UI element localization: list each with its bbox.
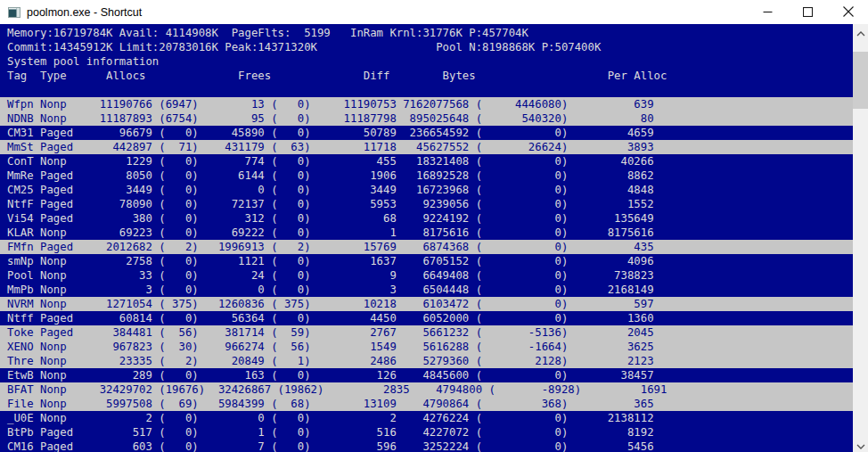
pool-row-NtfF: NtfF Paged 78090 ( 0) 72137 ( 0) 5953 92… bbox=[0, 197, 853, 211]
pool-row-Ntff: Ntff Paged 60814 ( 0) 56364 ( 0) 4450 60… bbox=[0, 311, 853, 325]
minimize-button[interactable] bbox=[748, 0, 788, 24]
blank-line bbox=[0, 83, 853, 97]
pool-row-Vi54: Vi54 Paged 380 ( 0) 312 ( 0) 68 9224192 … bbox=[0, 211, 853, 226]
pool-row-BFAT: BFAT Nonp 32429702 (19676) 32426867 (198… bbox=[0, 382, 853, 397]
chevron-up-icon bbox=[856, 24, 865, 40]
pool-row-Toke: Toke Paged 384481 ( 56) 381714 ( 59) 276… bbox=[0, 325, 853, 340]
scrollbar-thumb[interactable] bbox=[853, 52, 868, 109]
pool-row-smNp: smNp Nonp 2758 ( 0) 1121 ( 0) 1637 67051… bbox=[0, 254, 853, 268]
pool-row-Pool: Pool Nonp 33 ( 0) 24 ( 0) 9 6649408 ( 0)… bbox=[0, 268, 853, 283]
pool-row-NVRM: NVRM Nonp 1271054 ( 375) 1260836 ( 375) … bbox=[0, 297, 853, 311]
pool-row-EtwB: EtwB Nonp 289 ( 0) 163 ( 0) 126 4845600 … bbox=[0, 368, 853, 382]
pool-row-FMfn: FMfn Paged 2012682 ( 2) 1996913 ( 2) 157… bbox=[0, 240, 853, 254]
console-lines: Memory:16719784K Avail: 4114908K PageFlt… bbox=[0, 26, 853, 452]
pool-row-File: File Nonp 5997508 ( 69) 5984399 ( 68) 13… bbox=[0, 397, 853, 411]
pool-row-KLAR: KLAR Nonp 69223 ( 0) 69222 ( 0) 1 817561… bbox=[0, 226, 853, 240]
pool-row-MmRe: MmRe Paged 8050 ( 0) 6144 ( 0) 1906 1689… bbox=[0, 168, 853, 183]
close-icon bbox=[843, 4, 854, 21]
window: poolmon.exe - Shortcut bbox=[0, 0, 868, 452]
minimize-icon bbox=[763, 4, 773, 21]
pool-row-ConT: ConT Nonp 1229 ( 0) 774 ( 0) 455 1832140… bbox=[0, 154, 853, 168]
pool-row-MmSt: MmSt Paged 442897 ( 71) 431179 ( 63) 117… bbox=[0, 140, 853, 154]
scrollbar-down-button[interactable] bbox=[853, 437, 868, 452]
titlebar: poolmon.exe - Shortcut bbox=[0, 0, 868, 24]
pool-row-NDNB: NDNB Nonp 11187893 (6754) 95 ( 0) 111877… bbox=[0, 111, 853, 126]
pool-row-CM31: CM31 Paged 96679 ( 0) 45890 ( 0) 50789 2… bbox=[0, 126, 853, 140]
close-button[interactable] bbox=[828, 0, 868, 24]
scrollbar[interactable] bbox=[853, 24, 868, 452]
scrollbar-up-button[interactable] bbox=[853, 24, 868, 39]
window-controls bbox=[748, 0, 868, 24]
console-output[interactable]: Memory:16719784K Avail: 4114908K PageFlt… bbox=[0, 24, 868, 452]
pool-row-BtPb: BtPb Paged 517 ( 0) 1 ( 0) 516 4227072 (… bbox=[0, 425, 853, 440]
pool-row-_U0E: _U0E Nonp 2 ( 0) 0 ( 0) 2 4276224 ( 0) 2… bbox=[0, 411, 853, 425]
columns-header: Tag Type Allocs Frees Diff Bytes Per All… bbox=[0, 69, 853, 83]
status-line-1: Memory:16719784K Avail: 4114908K PageFlt… bbox=[0, 26, 853, 40]
maximize-button[interactable] bbox=[788, 0, 828, 24]
status-line-2: Commit:14345912K Limit:20783016K Peak:14… bbox=[0, 40, 853, 54]
pool-row-MmPb: MmPb Nonp 3 ( 0) 0 ( 0) 3 6504448 ( 0) 2… bbox=[0, 283, 853, 297]
pool-row-CM25: CM25 Paged 3449 ( 0) 0 ( 0) 3449 1672396… bbox=[0, 183, 853, 197]
chevron-down-icon bbox=[856, 437, 865, 452]
pool-row-CM16: CM16 Paged 603 ( 0) 7 ( 0) 596 3252224 (… bbox=[0, 440, 853, 452]
pool-row-Wfpn: Wfpn Nonp 11190766 (6947) 13 ( 0) 111907… bbox=[0, 97, 853, 111]
status-line-3: System pool information bbox=[0, 54, 853, 69]
pool-row-XENO: XENO Nonp 967823 ( 30) 966274 ( 56) 1549… bbox=[0, 340, 853, 354]
app-icon bbox=[7, 5, 21, 20]
pool-row-Thre: Thre Nonp 23335 ( 2) 20849 ( 1) 2486 527… bbox=[0, 354, 853, 368]
maximize-icon bbox=[803, 4, 813, 21]
window-title: poolmon.exe - Shortcut bbox=[27, 6, 142, 19]
